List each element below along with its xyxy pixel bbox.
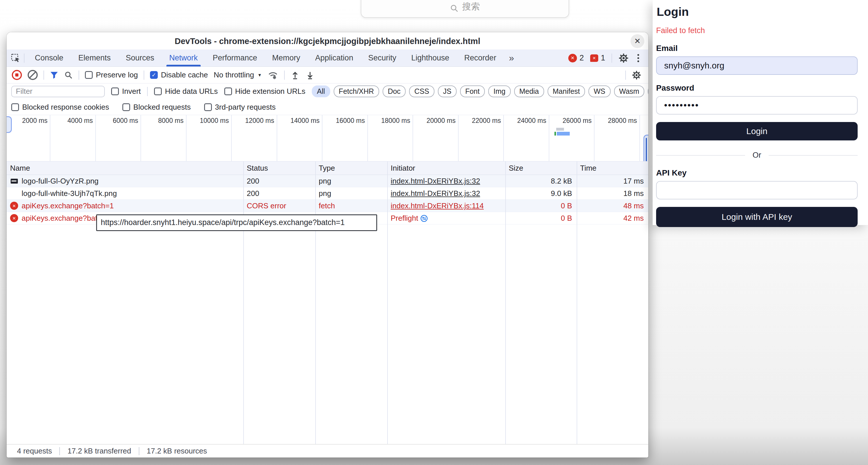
time-cell: 18 ms xyxy=(577,187,648,199)
request-name-cell[interactable]: logo-full-Gl-OyYzR.png xyxy=(7,175,243,187)
hide-data-urls-checkbox[interactable]: ✓ Hide data URLs xyxy=(154,87,218,96)
more-options-icon[interactable] xyxy=(635,53,642,63)
password-field[interactable]: ••••••••• xyxy=(656,96,858,114)
initiator-link[interactable]: index.html-DxERiYBx.js:32 xyxy=(391,177,480,185)
overview-right-handle[interactable] xyxy=(644,135,648,165)
login-error-message: Failed to fetch xyxy=(656,26,858,35)
more-tabs-icon[interactable]: » xyxy=(504,53,519,63)
filter-chip-font[interactable]: Font xyxy=(460,86,485,97)
blocked-response-cookies-checkbox[interactable]: ✓Blocked response cookies xyxy=(11,103,109,112)
table-row[interactable]: ✕apiKeys.exchange?batch=1CORS errorfetch… xyxy=(7,200,648,212)
invert-checkbox[interactable]: ✓ Invert xyxy=(111,87,141,96)
hide-extension-urls-checkbox[interactable]: ✓ Hide extension URLs xyxy=(224,87,306,96)
filter-funnel-icon[interactable] xyxy=(50,71,58,79)
filter-chip-media[interactable]: Media xyxy=(514,86,544,97)
initiator-cell[interactable]: index.html-DxERiYBx.js:32 xyxy=(387,187,505,199)
type-cell: png xyxy=(315,187,387,199)
export-har-icon[interactable] xyxy=(306,70,315,80)
tab-sources[interactable]: Sources xyxy=(118,49,162,66)
preserve-log-checkbox[interactable]: ✓ Preserve log xyxy=(85,70,138,79)
clear-network-log-icon[interactable] xyxy=(28,70,38,80)
close-button[interactable]: ✕ xyxy=(630,34,644,48)
record-network-log-icon[interactable] xyxy=(12,70,22,80)
network-overview-timeline[interactable]: 2000 ms4000 ms6000 ms8000 ms10000 ms1200… xyxy=(7,115,648,161)
search-placeholder: 搜索 xyxy=(462,1,480,13)
search-network-icon[interactable] xyxy=(64,71,73,79)
filter-chip-doc[interactable]: Doc xyxy=(382,86,406,97)
filter-chip-manifest[interactable]: Manifest xyxy=(548,86,585,97)
timeline-tick-label: 12000 ms xyxy=(230,117,274,125)
timeline-tick-label: 8000 ms xyxy=(140,117,184,125)
status-bar-item-17-2-kb-resources: 17.2 kB resources xyxy=(147,446,207,456)
network-status-bar: 4 requests17.2 kB transferred17.2 kB res… xyxy=(7,444,648,458)
timeline-tick-label: 24000 ms xyxy=(503,117,547,125)
tab-network[interactable]: Network xyxy=(162,49,205,66)
initiator-link[interactable]: index.html-DxERiYBx.js:32 xyxy=(391,189,480,198)
tab-lighthouse[interactable]: Lighthouse xyxy=(404,49,457,66)
login-panel: Login Failed to fetch Email snyh@snyh.or… xyxy=(653,0,868,225)
network-settings-gear-icon[interactable] xyxy=(632,70,642,80)
import-har-icon[interactable] xyxy=(290,70,300,80)
disable-cache-checkbox[interactable]: ✓ Disable cache xyxy=(150,70,208,79)
hide-extension-urls-label: Hide extension URLs xyxy=(235,87,306,96)
network-filter-row2: ✓Blocked response cookies✓Blocked reques… xyxy=(7,99,648,115)
preserve-log-label: Preserve log xyxy=(96,70,138,79)
settings-gear-icon[interactable] xyxy=(618,53,629,63)
initiator-cell[interactable]: Preflight xyxy=(387,212,505,224)
login-button[interactable]: Login xyxy=(656,122,858,140)
3rd-party-requests-checkbox[interactable]: ✓3rd-party requests xyxy=(204,103,276,112)
time-cell: 17 ms xyxy=(577,175,648,187)
filter-chip-all[interactable]: All xyxy=(312,86,330,97)
email-field[interactable]: snyh@snyh.org xyxy=(656,56,858,75)
login-with-api-key-button[interactable]: Login with API key xyxy=(656,207,858,227)
api-key-field[interactable] xyxy=(656,181,858,199)
divider xyxy=(139,447,140,455)
tab-recorder[interactable]: Recorder xyxy=(457,49,504,66)
size-cell: 0 B xyxy=(505,200,577,212)
table-row[interactable]: logo-full-Gl-OyYzR.png200pngindex.html-D… xyxy=(7,175,648,187)
filter-chip-ws[interactable]: WS xyxy=(588,86,610,97)
tab-elements[interactable]: Elements xyxy=(71,49,118,66)
network-conditions-icon[interactable] xyxy=(268,70,278,80)
filter-input[interactable] xyxy=(11,86,105,97)
throttling-select[interactable]: No throttling ▼ xyxy=(214,70,262,79)
tab-memory[interactable]: Memory xyxy=(265,49,308,66)
filter-chip-other[interactable]: Other xyxy=(648,86,648,97)
tab-performance[interactable]: Performance xyxy=(205,49,265,66)
request-name-cell[interactable]: logo-full-white-3Ujh7qTk.png xyxy=(7,187,243,199)
preflight-link[interactable]: Preflight xyxy=(391,212,428,224)
console-errors-badge[interactable]: ✕ 2 xyxy=(568,54,584,62)
tab-security[interactable]: Security xyxy=(361,49,404,66)
inspect-element-icon[interactable] xyxy=(11,53,21,63)
type-cell: png xyxy=(315,175,387,187)
divider xyxy=(43,70,44,80)
column-header-size[interactable]: Size xyxy=(505,161,577,175)
initiator-cell[interactable]: index.html-DxERiYBx.js:32 xyxy=(387,175,505,187)
timeline-tick-label: 4000 ms xyxy=(49,117,93,125)
column-header-status[interactable]: Status xyxy=(243,161,315,175)
request-error-icon: ✕ xyxy=(9,212,19,224)
initiator-cell[interactable]: index.html-DxERiYBx.js:114 xyxy=(387,200,505,212)
filter-chip-fetch-xhr[interactable]: Fetch/XHR xyxy=(334,86,379,97)
column-header-type[interactable]: Type xyxy=(315,161,387,175)
issue-icon: ✕ xyxy=(590,55,598,62)
table-row[interactable]: logo-full-white-3Ujh7qTk.png200pngindex.… xyxy=(7,187,648,200)
url-tooltip: https://hoarder.snyht1.heiyu.space/api/t… xyxy=(96,214,377,231)
column-header-initiator[interactable]: Initiator xyxy=(387,161,505,175)
column-header-name[interactable]: Name xyxy=(7,161,243,175)
devtools-tabbar: ConsoleElementsSourcesNetworkPerformance… xyxy=(7,49,648,67)
filter-chip-wasm[interactable]: Wasm xyxy=(614,86,645,97)
request-error-icon: ✕ xyxy=(9,200,19,212)
tab-console[interactable]: Console xyxy=(27,49,71,66)
initiator-link[interactable]: index.html-DxERiYBx.js:114 xyxy=(391,201,484,210)
timeline-tick-label: 2000 ms xyxy=(7,117,48,125)
filter-chip-css[interactable]: CSS xyxy=(409,86,434,97)
filter-chip-js[interactable]: JS xyxy=(438,86,457,97)
column-header-time[interactable]: Time xyxy=(577,161,648,175)
filter-chip-img[interactable]: Img xyxy=(488,86,511,97)
blocked-requests-checkbox[interactable]: ✓Blocked requests xyxy=(122,103,191,112)
issues-badge[interactable]: ✕ 1 xyxy=(590,54,605,62)
page-search-bar[interactable]: 搜索 xyxy=(361,0,569,18)
tab-application[interactable]: Application xyxy=(308,49,361,66)
request-name-cell[interactable]: ✕apiKeys.exchange?batch=1 xyxy=(7,200,243,212)
